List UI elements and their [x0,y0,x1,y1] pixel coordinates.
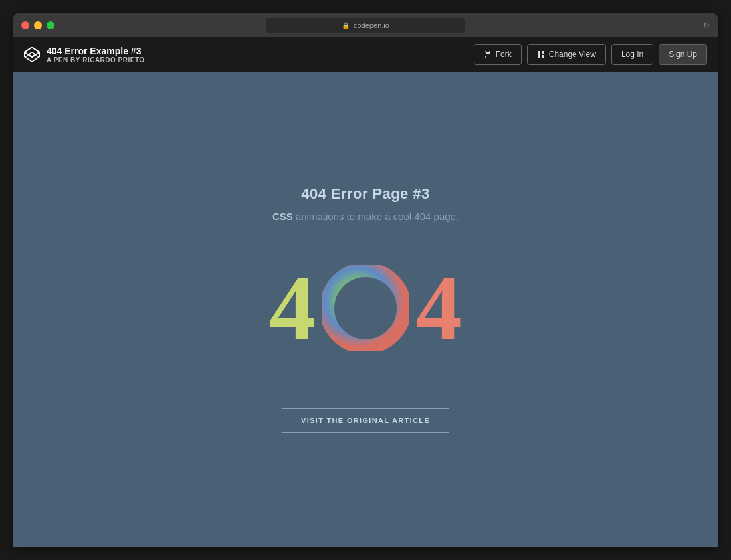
four-right: 4 [415,262,462,355]
svg-rect-2 [542,55,544,58]
close-button[interactable] [21,21,29,29]
page-description: CSS animations to make a cool 404 page. [272,211,459,222]
css-highlight: CSS [272,211,293,222]
refresh-button[interactable]: ↻ [703,21,710,30]
login-button[interactable]: Log In [611,44,653,65]
change-view-button[interactable]: Change View [527,44,606,65]
svg-point-3 [327,270,404,347]
four-left: 4 [269,262,316,355]
browser-window: 🔒 codepen.io ↻ 404 Error Example #3 A PE… [13,13,718,547]
pen-title-group: 404 Error Example #3 A PEN BY Ricardo Pr… [47,46,145,64]
visit-original-button[interactable]: VISIT THE ORIGINAL ARTICLE [282,408,449,433]
404-display: 4 4 [269,262,462,355]
traffic-lights [21,21,54,29]
codepen-logo [24,47,40,62]
codepen-toolbar: 404 Error Example #3 A PEN BY Ricardo Pr… [13,37,718,72]
signup-button[interactable]: Sign Up [659,44,707,65]
fork-button[interactable]: Fork [474,44,522,65]
svg-rect-1 [542,51,544,54]
page-title: 404 Error Page #3 [301,185,429,203]
pen-info: 404 Error Example #3 A PEN BY Ricardo Pr… [24,46,145,64]
pen-title: 404 Error Example #3 [47,46,145,56]
lock-icon: 🔒 [342,22,350,29]
address-text: codepen.io [354,21,389,29]
change-view-icon [537,50,545,58]
address-bar[interactable]: 🔒 codepen.io [266,18,465,33]
svg-rect-0 [538,51,540,58]
content-area: 404 Error Page #3 CSS animations to make… [13,72,718,547]
zero-svg [322,265,409,351]
minimize-button[interactable] [34,21,42,29]
toolbar-buttons: Fork Change View Log In Sign Up [474,44,707,65]
codepen-logo-icon [24,47,40,62]
fork-icon [484,50,492,58]
title-bar: 🔒 codepen.io ↻ [13,13,718,37]
maximize-button[interactable] [47,21,54,29]
zero-container [322,265,409,351]
pen-subtitle: A PEN BY Ricardo Prieto [47,56,145,64]
